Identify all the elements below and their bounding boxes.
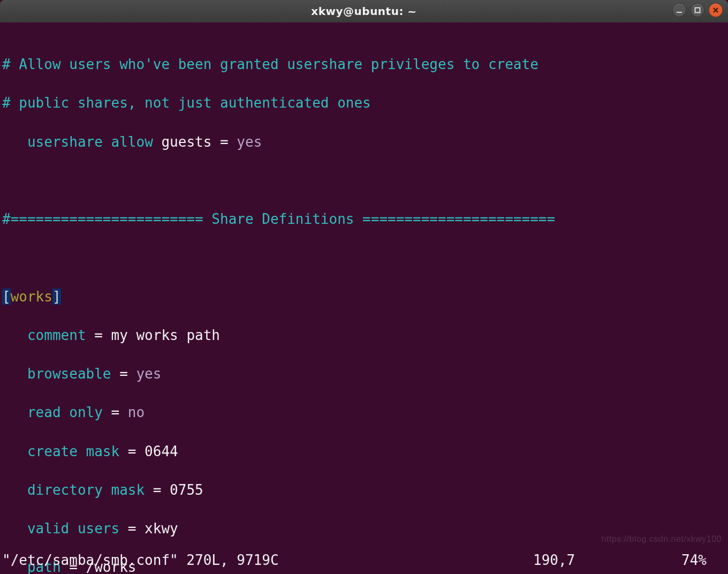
close-icon — [712, 7, 719, 13]
config-key: read only — [27, 404, 111, 420]
config-value: = my works path — [94, 327, 220, 343]
config-key: usershare — [27, 134, 111, 150]
window-title: xkwy@ubuntu: ~ — [0, 5, 728, 18]
status-cursor-pos: 190,7 — [533, 550, 640, 570]
config-key: allow — [111, 134, 162, 150]
config-equals: = — [111, 404, 128, 420]
maximize-button[interactable] — [691, 3, 704, 17]
config-line: read only = no — [2, 403, 726, 422]
section-works: [works] — [2, 287, 726, 306]
config-key: directory mask — [27, 482, 153, 498]
comment-line: # Allow users who've been granted usersh… — [2, 55, 726, 74]
config-line: comment = my works path — [2, 326, 726, 345]
config-key: valid users — [27, 520, 128, 537]
terminal-viewport[interactable]: # Allow users who've been granted usersh… — [0, 22, 728, 574]
minimize-icon — [676, 7, 682, 13]
window-controls — [672, 3, 723, 17]
config-key: create mask — [27, 443, 128, 459]
config-key: browseable — [27, 366, 119, 382]
config-value: no — [128, 404, 145, 420]
config-line: browseable = yes — [2, 364, 726, 383]
config-key: comment — [27, 327, 94, 343]
config-equals: = — [119, 366, 136, 382]
section-name: works — [11, 289, 52, 305]
svg-rect-0 — [677, 12, 682, 13]
window-titlebar: xkwy@ubuntu: ~ — [0, 0, 728, 22]
config-line: usershare allow guests = yes — [2, 132, 726, 152]
config-line: directory mask = 0755 — [2, 480, 726, 500]
config-value: = 0644 — [128, 443, 178, 459]
minimize-button[interactable] — [672, 3, 686, 17]
bracket-right: ] — [52, 289, 61, 305]
blank-line — [2, 248, 726, 267]
section-header: #======================= Share Definitio… — [2, 209, 726, 229]
svg-rect-1 — [695, 8, 700, 13]
watermark-text: https://blog.csdn.net/xkwy100 — [602, 533, 722, 545]
config-value: = 0755 — [153, 482, 203, 498]
maximize-icon — [694, 7, 701, 13]
config-value: yes — [136, 366, 161, 382]
vim-status-line: "/etc/samba/smb.conf" 270L, 9719C 190,7 … — [2, 550, 726, 570]
status-file: "/etc/samba/smb.conf" 270L, 9719C — [2, 550, 533, 570]
config-equals: guests = — [161, 134, 237, 150]
blank-line — [2, 171, 726, 190]
config-value: yes — [237, 134, 262, 150]
config-line: create mask = 0644 — [2, 442, 726, 461]
comment-line: # public shares, not just authenticated … — [2, 93, 726, 112]
bracket-left: [ — [2, 289, 11, 305]
config-value: = xkwy — [128, 520, 178, 537]
close-button[interactable] — [709, 3, 723, 17]
status-percent: 74% — [640, 550, 726, 570]
